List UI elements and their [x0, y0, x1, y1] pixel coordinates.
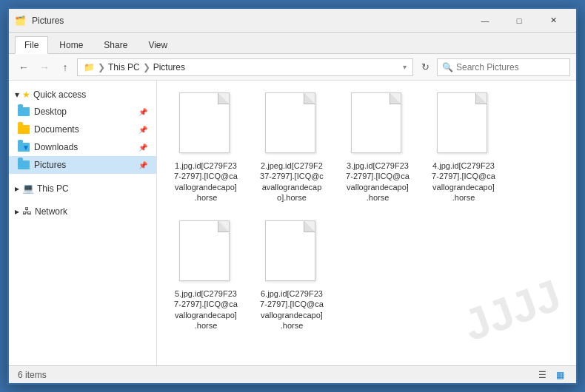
back-button[interactable]: ← [15, 58, 33, 76]
title-bar-icons: 🗂️ [15, 16, 26, 26]
documents-icon [18, 124, 30, 135]
file-item-4[interactable]: 4.jpg.id[C279F237-2797].[ICQ@cavallogran… [427, 89, 501, 206]
tile-view-button[interactable]: ▦ [552, 368, 567, 382]
star-icon: ★ [22, 89, 30, 100]
tab-file[interactable]: File [15, 36, 48, 54]
file-item-6[interactable]: 6.jpg.id[C279F237-2797].[ICQ@cavallogran… [255, 217, 329, 334]
pictures-icon [18, 159, 30, 171]
status-bar: 6 items ☰ ▦ [9, 365, 576, 383]
file-name-5: 5.jpg.id[C279F237-2797].[ICQ@cavallogran… [174, 288, 238, 331]
documents-label: Documents [34, 124, 79, 135]
maximize-button[interactable]: □ [502, 9, 536, 33]
desktop-icon [18, 106, 30, 118]
file-icon-wrapper-4 [437, 92, 490, 158]
breadcrumb-this-pc[interactable]: This PC [108, 62, 140, 72]
pictures-label: Pictures [34, 160, 66, 170]
breadcrumb-pictures[interactable]: Pictures [153, 62, 185, 72]
sidebar-item-desktop[interactable]: Desktop 📌 [9, 103, 156, 121]
file-page-1 [179, 92, 230, 153]
file-page-3 [351, 92, 401, 153]
minimize-button[interactable]: — [468, 9, 502, 33]
tab-view[interactable]: View [138, 36, 177, 53]
forward-button[interactable]: → [36, 58, 53, 76]
file-item-3[interactable]: 3.jpg.id[C279F237-2797].[ICQ@cavallogran… [341, 89, 415, 206]
search-icon: 🔍 [442, 62, 453, 72]
refresh-button[interactable]: ↻ [416, 58, 434, 76]
explorer-window: 🗂️ Pictures — □ ✕ File Home Share View ←… [7, 7, 578, 385]
sidebar-quick-access-header[interactable]: ▾ ★ Quick access [9, 87, 156, 103]
sidebar-item-documents[interactable]: Documents 📌 [9, 121, 156, 138]
downloads-label: Downloads [34, 142, 78, 152]
file-name-6: 6.jpg.id[C279F237-2797].[ICQ@cavallogran… [260, 288, 324, 331]
address-bar: ← → ↑ 📁 ❯ This PC ❯ Pictures ▾ ↻ 🔍 [9, 54, 576, 81]
file-name-1: 1.jpg.id[C279F237-2797].[ICQ@cavallogran… [174, 160, 238, 203]
file-name-4: 4.jpg.id[C279F237-2797].[ICQ@cavallogran… [432, 160, 495, 203]
search-box: 🔍 [437, 58, 570, 76]
tab-share[interactable]: Share [94, 36, 137, 53]
expand-icon-pc: ▸ [15, 183, 19, 194]
address-path[interactable]: 📁 ❯ This PC ❯ Pictures ▾ [77, 58, 413, 76]
file-item-2[interactable]: 2.jpeg.id[C279F237-2797].[ICQ@cavallogra… [255, 89, 329, 206]
up-button[interactable]: ↑ [56, 58, 74, 76]
sidebar-this-pc-header[interactable]: ▸ 💻 This PC [9, 180, 156, 197]
tab-home[interactable]: Home [50, 36, 93, 53]
title-bar: 🗂️ Pictures — □ ✕ [9, 9, 576, 33]
sidebar-item-downloads[interactable]: ▼ Downloads 📌 [9, 138, 156, 156]
file-page-4 [437, 92, 487, 153]
computer-icon: 💻 [22, 183, 34, 194]
breadcrumb-icon: 📁 [84, 62, 95, 72]
ribbon-tabs: File Home Share View [9, 33, 576, 53]
window-title: Pictures [32, 16, 468, 26]
window-icon: 🗂️ [15, 16, 26, 26]
file-name-2: 2.jpeg.id[C279F237-2797].[ICQ@cavallogra… [260, 160, 324, 203]
pin-icon-pic: 📌 [138, 161, 147, 169]
file-icon-wrapper-2 [265, 92, 318, 158]
file-page-6 [265, 220, 315, 281]
file-icon-wrapper-1 [179, 92, 233, 158]
downloads-icon: ▼ [18, 141, 30, 153]
expand-icon: ▾ [15, 89, 19, 100]
search-input[interactable] [456, 62, 565, 72]
file-area: JJJJ 1.jpg.id[C279F237-2797].[ICQ@cavall… [157, 81, 576, 365]
file-item-1[interactable]: 1.jpg.id[C279F237-2797].[ICQ@cavallogran… [169, 89, 243, 206]
list-view-button[interactable]: ☰ [535, 368, 549, 382]
pin-icon-docs: 📌 [138, 126, 147, 134]
item-count: 6 items [18, 370, 47, 380]
file-item-5[interactable]: 5.jpg.id[C279F237-2797].[ICQ@cavallogran… [169, 217, 243, 334]
network-icon: 🖧 [22, 206, 32, 217]
main-area: ▾ ★ Quick access Desktop 📌 Documents 📌 [9, 81, 576, 365]
file-icon-wrapper-3 [351, 92, 404, 158]
status-bar-right: ☰ ▦ [535, 368, 567, 382]
file-icon-wrapper-5 [179, 220, 233, 285]
file-page-2 [265, 92, 315, 153]
file-name-3: 3.jpg.id[C279F237-2797].[ICQ@cavallogran… [346, 160, 410, 203]
sidebar: ▾ ★ Quick access Desktop 📌 Documents 📌 [9, 81, 157, 365]
file-icon-wrapper-6 [265, 220, 318, 285]
sidebar-item-pictures[interactable]: Pictures 📌 [9, 156, 156, 174]
expand-icon-net: ▸ [15, 206, 19, 217]
file-page-5 [179, 220, 230, 281]
desktop-label: Desktop [34, 107, 67, 117]
file-grid: 1.jpg.id[C279F237-2797].[ICQ@cavallogran… [169, 89, 564, 334]
network-label: Network [35, 206, 67, 217]
quick-access-label: Quick access [33, 89, 86, 100]
pin-icon: 📌 [138, 108, 147, 116]
ribbon: File Home Share View [9, 33, 576, 54]
pin-icon-dl: 📌 [138, 143, 147, 152]
sidebar-network-header[interactable]: ▸ 🖧 Network [9, 203, 156, 220]
title-bar-controls: — □ ✕ [468, 9, 570, 33]
this-pc-label: This PC [37, 183, 69, 194]
close-button[interactable]: ✕ [536, 9, 570, 33]
